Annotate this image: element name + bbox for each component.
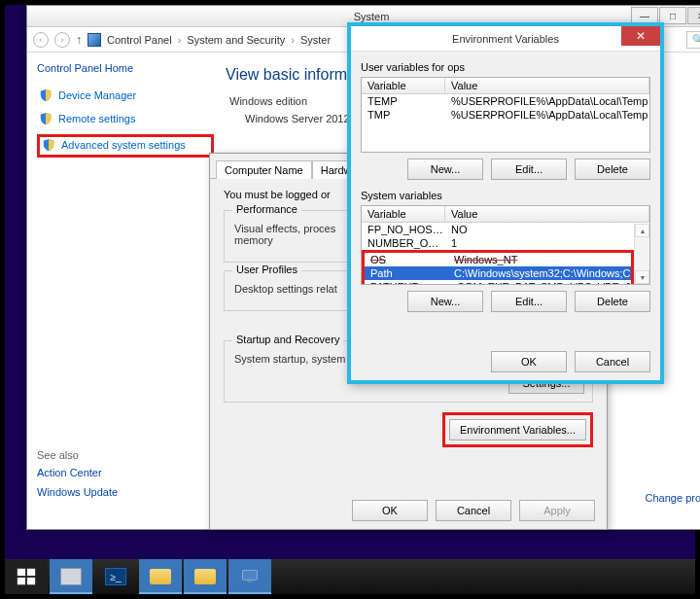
breadcrumb-sep: › [291, 34, 295, 46]
taskbar-explorer[interactable] [139, 559, 182, 594]
shield-icon [42, 138, 55, 152]
highlight-env-vars: Environment Variables... [442, 412, 593, 447]
sys-var-row[interactable]: NUMBER_OF_PRO... 1 [362, 236, 649, 250]
svg-rect-5 [248, 581, 253, 582]
user-delete-button[interactable]: Delete [575, 159, 650, 180]
col-header-value[interactable]: Value [445, 206, 649, 222]
apply-button[interactable]: Apply [519, 500, 595, 521]
nav-up-button[interactable]: ↑ [76, 33, 82, 47]
svg-rect-3 [27, 578, 35, 584]
nav-back-button[interactable]: ‹ [33, 32, 49, 48]
system-vars-label: System variables [361, 190, 650, 201]
system-vars-listbox[interactable]: Variable Value FP_NO_HOST_CH... NO NUMBE… [361, 205, 650, 285]
user-new-button[interactable]: New... [407, 159, 483, 180]
search-box[interactable]: 🔍 [686, 31, 700, 49]
desktop: System — □ ✕ ‹ › ↑ Control Panel › Syste… [5, 5, 695, 594]
breadcrumb-seg3[interactable]: Syster [300, 34, 331, 46]
scrollbar[interactable]: ▴ ▾ [634, 224, 649, 284]
env-ok-button[interactable]: OK [491, 351, 567, 372]
action-center-link[interactable]: Action Center [37, 467, 214, 478]
breadcrumb-sep: › [178, 34, 182, 46]
env-footer: OK Cancel [491, 351, 650, 372]
change-product-key-link[interactable]: Change product key [646, 492, 700, 504]
startup-recovery-title: Startup and Recovery [232, 334, 343, 345]
close-button[interactable]: ✕ [687, 7, 700, 24]
environment-variables-dialog: Environment Variables ✕ User variables f… [347, 22, 664, 384]
cancel-button[interactable]: Cancel [436, 500, 511, 521]
sys-var-row-path[interactable]: Path C:\Windows\system32;C:\Windows;C:\W… [365, 266, 631, 280]
shield-icon [39, 112, 52, 125]
env-close-button[interactable]: ✕ [621, 26, 660, 46]
col-header-variable[interactable]: Variable [362, 78, 445, 93]
sidebar-item-label: Remote settings [58, 113, 135, 124]
sidebar-item-device-manager[interactable]: Device Manager [37, 88, 214, 103]
col-header-variable[interactable]: Variable [362, 206, 445, 222]
svg-rect-1 [27, 569, 35, 576]
col-header-value[interactable]: Value [445, 78, 649, 93]
svg-rect-2 [18, 578, 25, 584]
shield-icon [39, 88, 52, 102]
nav-forward-button[interactable]: › [54, 32, 70, 48]
taskbar: ≥_ [5, 559, 695, 594]
sys-var-row[interactable]: FP_NO_HOST_CH... NO [362, 223, 649, 236]
sidebar-item-advanced-system-settings[interactable]: Advanced system settings [40, 137, 211, 153]
windows-update-link[interactable]: Windows Update [37, 486, 214, 498]
control-panel-icon [88, 33, 101, 47]
scroll-up-button[interactable]: ▴ [635, 224, 649, 237]
ok-button[interactable]: OK [352, 500, 428, 521]
folder-icon [194, 569, 216, 584]
performance-title: Performance [232, 203, 301, 215]
sidebar-item-remote-settings[interactable]: Remote settings [37, 111, 214, 126]
user-vars-listbox[interactable]: Variable Value TEMP %USERPROFILE%\AppDat… [361, 77, 650, 153]
sidebar-item-label: Advanced system settings [61, 139, 186, 151]
user-vars-label: User variables for ops [361, 61, 650, 73]
scroll-down-button[interactable]: ▾ [635, 270, 649, 284]
monitor-icon [240, 567, 260, 586]
taskbar-server-manager[interactable] [50, 559, 92, 594]
windows-logo-icon [16, 566, 37, 587]
user-var-row[interactable]: TEMP %USERPROFILE%\AppData\Local\Temp [362, 94, 649, 108]
folder-icon [150, 569, 171, 584]
sys-delete-button[interactable]: Delete [575, 291, 650, 312]
environment-variables-button[interactable]: Environment Variables... [449, 419, 586, 440]
sidebar-item-label: Device Manager [58, 89, 136, 101]
env-titlebar: Environment Variables ✕ [351, 26, 660, 52]
breadcrumb-seg2[interactable]: System and Security [187, 34, 285, 46]
breadcrumb-seg1[interactable]: Control Panel [107, 34, 172, 46]
highlight-path-rows: OS Windows_NT Path C:\Windows\system32;C… [362, 250, 634, 285]
sys-var-row[interactable]: OS Windows_NT [365, 253, 631, 266]
search-icon: 🔍 [692, 34, 700, 45]
user-var-row[interactable]: TMP %USERPROFILE%\AppData\Local\Temp [362, 108, 649, 122]
sidebar: Control Panel Home Device Manager Remote… [27, 53, 222, 529]
user-edit-button[interactable]: Edit... [491, 159, 567, 180]
powershell-icon: ≥_ [105, 568, 126, 585]
taskbar-explorer-2[interactable] [184, 559, 227, 594]
taskbar-powershell[interactable]: ≥_ [94, 559, 137, 594]
svg-rect-0 [18, 569, 25, 576]
tab-computer-name[interactable]: Computer Name [216, 160, 312, 179]
control-panel-home-link[interactable]: Control Panel Home [37, 62, 214, 74]
sys-var-row[interactable]: PATHEXT .COM;.EXE;.BAT;.CMD;.VBS;.VBE;.J… [365, 280, 631, 285]
sysprop-footer: OK Cancel Apply [352, 500, 595, 521]
see-also-label: See also [37, 449, 214, 461]
sys-new-button[interactable]: New... [407, 291, 483, 312]
env-cancel-button[interactable]: Cancel [575, 351, 650, 372]
taskbar-system[interactable] [228, 559, 271, 594]
env-title-text: Environment Variables [452, 33, 559, 45]
start-button[interactable] [5, 559, 48, 594]
system-title: System [354, 11, 390, 22]
sys-edit-button[interactable]: Edit... [491, 291, 567, 312]
svg-rect-4 [243, 570, 258, 580]
server-manager-icon [60, 568, 82, 585]
user-profiles-title: User Profiles [232, 264, 301, 275]
highlight-advanced: Advanced system settings [37, 134, 214, 158]
